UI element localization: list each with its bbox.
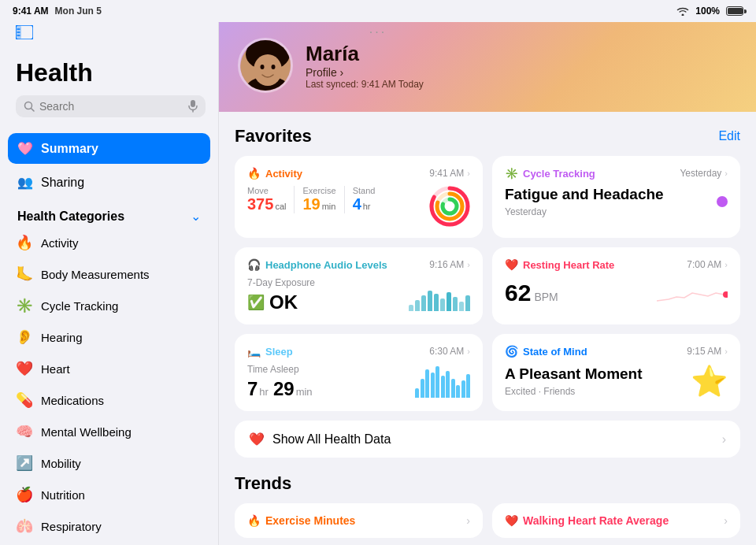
nutrition-icon: 🍎 [16,486,33,503]
sidebar-item-activity[interactable]: 🔥 Activity [0,227,218,258]
mobility-label: Mobility [41,457,81,470]
sleep-time: 6:30 AM [429,346,464,357]
resting-hr-value: 62 [505,280,531,306]
battery-percentage: 100% [695,6,720,17]
sidebar-item-mobility[interactable]: ↗️ Mobility [0,447,218,479]
cycle-tracking-card[interactable]: ✳️ Cycle Tracking Yesterday › Fatigue an… [492,156,740,238]
stand-value: 4 [353,195,361,213]
mobility-icon: ↗️ [16,454,33,472]
show-all-card[interactable]: ❤️ Show All Health Data › [235,421,740,458]
trend-walking-hr-item[interactable]: ❤️ Walking Heart Rate Average › [492,503,740,538]
sleep-hr-label: hr [259,386,269,398]
sidebar-item-nutrition[interactable]: 🍎 Nutrition [0,479,218,510]
nav-item-summary[interactable]: 🩷 Summary [8,133,210,164]
hearing-label: Hearing [41,331,83,344]
profile-link[interactable]: Profile › [306,66,424,79]
exercise-trend-chevron-icon: › [466,514,470,527]
sharing-icon: 👥 [17,175,33,190]
activity-label: Activity [41,236,79,250]
stand-label: Stand [353,186,376,195]
mind-value: A Pleasant Moment [505,365,643,383]
hearing-icon: 👂 [16,328,33,346]
trend-exercise-item[interactable]: 🔥 Exercise Minutes › [235,503,483,538]
resting-hr-chevron-icon: › [724,260,728,269]
stand-unit: hr [363,202,371,211]
cycle-tracking-icon: ✳️ [16,297,33,314]
walking-hr-icon: ❤️ [505,514,518,527]
star-icon: ⭐ [691,364,728,399]
sidebar-item-heart[interactable]: ❤️ Heart [0,353,218,384]
favorites-title: Favorites [235,126,312,146]
more-options-dots[interactable]: ··· [369,25,387,39]
medications-label: Medications [41,394,104,407]
categories-title: Health Categories [17,209,124,224]
status-day: Mon Jun 5 [55,6,102,17]
sleep-chevron-icon: › [467,347,470,356]
hr-chart [657,277,728,309]
cycle-chevron-icon: › [724,169,728,178]
headphone-icon: 🎧 [247,258,261,271]
cycle-date: Yesterday [505,206,664,217]
activity-rings [429,186,470,227]
nav-item-sharing[interactable]: 👥 Sharing [8,167,210,198]
sleep-card-icon: 🛏️ [247,345,261,358]
svg-point-13 [261,65,265,69]
show-all-chevron-icon: › [722,432,726,447]
show-all-icon: ❤️ [249,432,265,447]
app-title: Health [16,58,206,87]
nutrition-label: Nutrition [41,488,85,502]
resting-hr-card[interactable]: ❤️ Resting Heart Rate 7:00 AM › 62 [492,247,740,324]
sidebar-item-respiratory[interactable]: 🫁 Respiratory [0,510,218,542]
sidebar: Health 🩷 [0,22,219,545]
activity-card-title: Activity [265,168,302,180]
resting-hr-title: Resting Heart Rate [523,259,614,271]
sleep-card-title: Sleep [265,346,293,358]
walking-hr-label: Walking Heart Rate Average [523,514,669,527]
sharing-label: Sharing [41,176,84,190]
heart-card-icon: ❤️ [505,258,518,271]
headphone-card[interactable]: 🎧 Headphone Audio Levels 9:16 AM › 7-Day… [235,247,483,324]
status-time: 9:41 AM [13,6,49,17]
activity-chevron-icon: › [467,169,470,178]
trends-title: Trends [235,473,740,494]
mental-wellbeing-label: Mental Wellbeing [41,425,132,439]
categories-chevron-icon[interactable]: ⌄ [191,209,201,224]
mic-icon[interactable] [188,100,198,113]
mind-card-title: State of Mind [523,346,587,358]
sleep-minutes: 29 [273,378,295,400]
mind-card-icon: 🌀 [505,345,518,358]
cycle-dot-icon [717,196,728,207]
sidebar-item-body-measurements[interactable]: 🦶 Body Measurements [0,258,218,290]
activity-card-icon: 🔥 [247,167,261,180]
sidebar-item-cycle-tracking[interactable]: ✳️ Cycle Tracking [0,290,218,321]
activity-card[interactable]: 🔥 Activity 9:41 AM › Move [235,156,483,238]
move-label: Move [247,186,286,195]
mind-time: 9:15 AM [687,346,721,357]
sidebar-item-hearing[interactable]: 👂 Hearing [0,321,218,353]
activity-time: 9:41 AM [429,168,464,179]
sidebar-item-medications[interactable]: 💊 Medications [0,384,218,416]
avatar [238,38,293,93]
sidebar-item-sleep[interactable]: 🛏️ Sleep [0,542,218,545]
svg-point-14 [272,65,276,69]
edit-button[interactable]: Edit [718,129,740,143]
search-icon [24,101,35,112]
svg-rect-7 [191,100,195,107]
exercise-trend-label: Exercise Minutes [265,514,355,527]
search-bar[interactable] [16,95,206,117]
cycle-symptom: Fatigue and Headache [505,186,664,203]
mind-sub: Excited · Friends [505,386,643,397]
heart-label: Heart [41,362,70,376]
resting-hr-time: 7:00 AM [687,259,721,270]
sleep-card[interactable]: 🛏️ Sleep 6:30 AM › Time Asleep [235,334,483,411]
state-of-mind-card[interactable]: 🌀 State of Mind 9:15 AM › A Pleasant Mom… [492,334,740,411]
sidebar-toggle-icon[interactable] [16,25,33,39]
profile-header: María Profile › Last synced: 9:41 AM Tod… [219,22,756,112]
svg-point-12 [254,54,282,86]
ok-check-icon: ✅ [247,294,265,311]
profile-name: María [306,42,424,66]
sidebar-item-mental-wellbeing[interactable]: 🧠 Mental Wellbeing [0,416,218,447]
respiratory-label: Respiratory [41,520,102,533]
search-input[interactable] [39,100,183,113]
ok-status: OK [269,291,298,313]
